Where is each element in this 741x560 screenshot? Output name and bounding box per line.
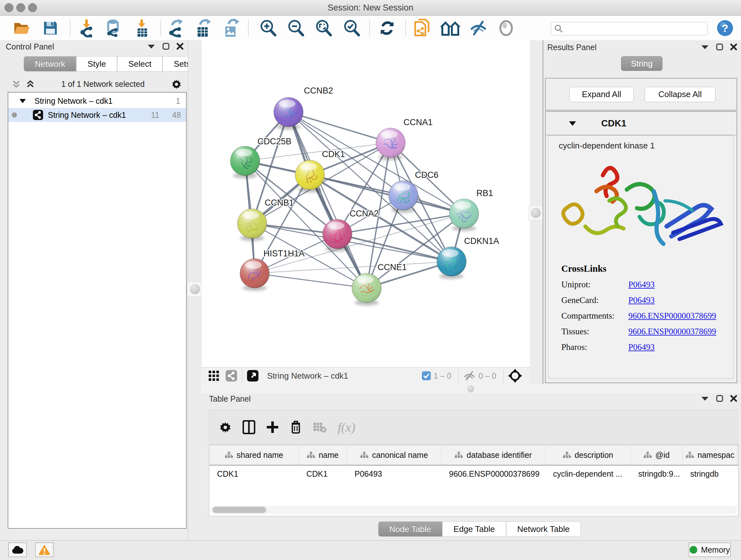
help-button[interactable]: ?: [715, 18, 735, 38]
homes-button[interactable]: [440, 18, 461, 38]
show-columns-icon[interactable]: [243, 420, 255, 434]
delete-column-trash-icon[interactable]: [290, 420, 302, 434]
tab-select[interactable]: Select: [117, 56, 162, 71]
selected-checkbox-icon[interactable]: [421, 371, 431, 381]
string-badge-gray-icon[interactable]: [225, 370, 238, 382]
collapse-all-icon[interactable]: [11, 79, 21, 89]
window-close-button[interactable]: [4, 3, 13, 12]
tab-node-table[interactable]: Node Table: [378, 521, 442, 537]
tab-style[interactable]: Style: [76, 56, 117, 71]
node-CDK1[interactable]: [295, 160, 325, 192]
import-network-button[interactable]: [76, 18, 97, 38]
fit-selected-crosshair-icon[interactable]: [508, 369, 522, 383]
zoom-out-button[interactable]: [286, 18, 306, 38]
node-RB1[interactable]: [449, 199, 479, 231]
node-CCNA1[interactable]: [376, 128, 405, 160]
left-splitter-handle[interactable]: [188, 282, 202, 297]
protein-structure-image[interactable]: [555, 153, 727, 258]
hide-button[interactable]: [468, 18, 488, 38]
table-cell[interactable]: CDK1: [209, 465, 299, 482]
scrollbar-thumb[interactable]: [212, 507, 266, 513]
panel-menu-icon[interactable]: [147, 44, 155, 49]
column-header--id[interactable]: @id: [630, 445, 683, 465]
warnings-button[interactable]: [35, 543, 54, 557]
node-HIST1H1A[interactable]: [240, 259, 269, 291]
table-horizontal-scrollbar[interactable]: [211, 506, 737, 514]
table-cell[interactable]: P06493: [347, 465, 441, 482]
eye-button[interactable]: [496, 18, 516, 38]
panel-float-icon[interactable]: [716, 44, 723, 51]
window-minimize-button[interactable]: [16, 3, 25, 12]
panel-menu-icon[interactable]: [701, 44, 709, 50]
memory-button[interactable]: Memory: [689, 543, 731, 557]
zoom-fit-button[interactable]: [313, 18, 334, 38]
node-label-CDC6: CDC6: [415, 170, 439, 180]
save-session-button[interactable]: [40, 18, 61, 38]
tab-edge-table[interactable]: Edge Table: [442, 521, 506, 537]
table-cell[interactable]: CDK1: [299, 465, 347, 482]
add-column-icon[interactable]: [266, 421, 279, 434]
export-table-button[interactable]: [193, 18, 213, 38]
zoom-selected-button[interactable]: [341, 18, 362, 38]
node-CCNE1[interactable]: [352, 273, 381, 306]
tab-network[interactable]: Network: [23, 56, 76, 71]
import-database-button[interactable]: [103, 18, 123, 38]
expand-all-icon[interactable]: [25, 79, 35, 89]
section-collapse-icon[interactable]: [569, 121, 576, 126]
column-header-canonical-name[interactable]: canonical name: [347, 445, 441, 465]
collapse-all-button[interactable]: Collapse All: [645, 87, 716, 102]
column-header-name[interactable]: name: [299, 445, 347, 465]
refresh-button[interactable]: [377, 18, 397, 38]
panel-close-icon[interactable]: [730, 395, 737, 402]
crosslink-link[interactable]: 9606.ENSP00000378699: [628, 327, 716, 336]
node-CDKN1A[interactable]: [437, 247, 466, 279]
horizontal-splitter-handle[interactable]: [467, 385, 474, 392]
tab-network-table[interactable]: Network Table: [506, 521, 581, 537]
tree-expander-icon[interactable]: [19, 98, 26, 104]
birdseye-grid-icon[interactable]: [208, 370, 219, 381]
column-header-database-identifier[interactable]: database identifier: [441, 445, 545, 465]
column-header-namespac[interactable]: namespac: [683, 445, 738, 465]
collection-count: 1: [176, 97, 180, 106]
expand-all-button[interactable]: Expand All: [569, 87, 634, 102]
search-field[interactable]: [551, 22, 708, 36]
cloud-button[interactable]: [8, 543, 27, 557]
table-cell[interactable]: stringdb: [683, 465, 738, 482]
tab-string[interactable]: String: [621, 56, 663, 71]
share-document-button[interactable]: [412, 18, 432, 38]
hidden-eye-slash-icon[interactable]: [463, 371, 476, 381]
zoom-in-button[interactable]: [258, 18, 278, 38]
table-row[interactable]: CDK1CDK1P064939606.ENSP00000378699cyclin…: [209, 465, 738, 482]
panel-float-icon[interactable]: [716, 395, 723, 402]
network-collection-row[interactable]: String Network – cdk1 1: [8, 94, 186, 108]
window-zoom-button[interactable]: [28, 3, 37, 12]
table-settings-gear-icon[interactable]: [219, 421, 232, 434]
table-cell[interactable]: cyclin-dependent ...: [545, 465, 630, 482]
node-CCNB1[interactable]: [238, 209, 267, 241]
crosslink-link[interactable]: P06493: [628, 280, 655, 290]
panel-menu-icon[interactable]: [701, 395, 709, 401]
network-row-selected[interactable]: String Network – cdk1 11 48: [8, 108, 186, 122]
column-header-shared-name[interactable]: shared name: [209, 445, 299, 465]
table-toolbar: f(x): [209, 410, 738, 445]
crosslink-link[interactable]: 9606.ENSP00000378699: [628, 311, 716, 321]
panel-close-icon[interactable]: [177, 43, 184, 50]
open-session-button[interactable]: [11, 18, 32, 38]
search-input[interactable]: [563, 24, 708, 34]
export-image-button[interactable]: [221, 18, 241, 38]
node-CDC25B[interactable]: [230, 146, 260, 179]
open-in-window-icon[interactable]: [247, 370, 259, 382]
export-network-button[interactable]: [165, 18, 186, 38]
crosslink-link[interactable]: P06493: [628, 342, 655, 352]
crosslink-link[interactable]: P06493: [628, 295, 655, 305]
right-splitter-handle[interactable]: [529, 206, 543, 220]
table-cell[interactable]: stringdb:9...: [630, 465, 683, 482]
panel-close-icon[interactable]: [730, 44, 737, 51]
panel-float-icon[interactable]: [162, 43, 170, 50]
column-header-description[interactable]: description: [545, 445, 630, 465]
protein-section-header[interactable]: CDK1: [546, 112, 737, 135]
network-canvas[interactable]: CCNB2CCNA1CDC25BCDK1CDC6RB1CCNB1CCNA2CDK…: [201, 40, 530, 367]
table-cell[interactable]: 9606.ENSP00000378699: [441, 465, 545, 482]
import-table-button[interactable]: [132, 18, 152, 38]
gear-icon[interactable]: [171, 78, 182, 90]
